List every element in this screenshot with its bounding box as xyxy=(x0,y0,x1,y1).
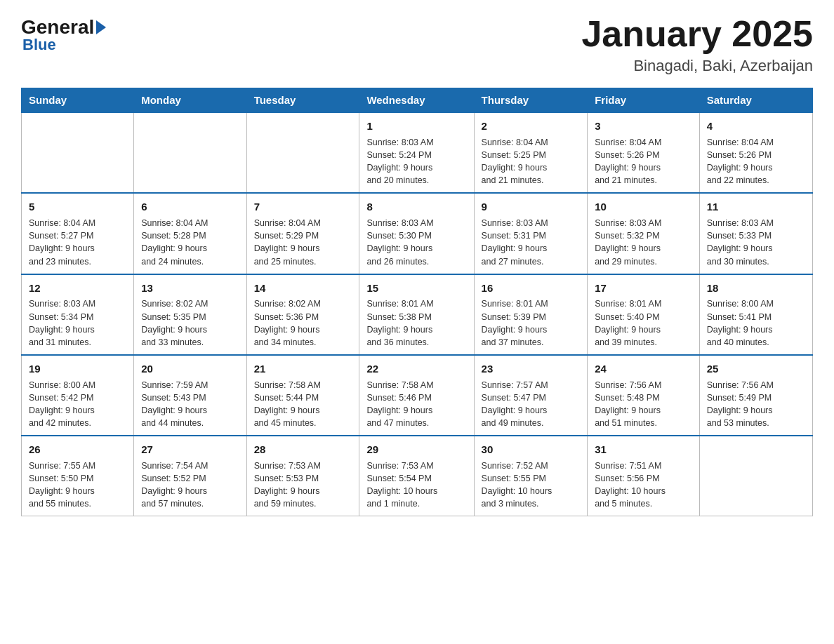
calendar-cell: 14Sunrise: 8:02 AMSunset: 5:36 PMDayligh… xyxy=(246,274,359,355)
day-info-line: and 55 minutes. xyxy=(29,497,126,510)
day-info-line: and 47 minutes. xyxy=(366,417,466,429)
day-info-line: Sunrise: 8:04 AM xyxy=(254,217,352,229)
day-info-line: Sunrise: 7:58 AM xyxy=(366,379,466,391)
day-info-line: and 20 minutes. xyxy=(366,174,466,187)
day-info-line: and 3 minutes. xyxy=(482,497,581,510)
col-header-thursday: Thursday xyxy=(474,88,588,113)
day-info-line: Daylight: 9 hours xyxy=(707,323,805,336)
calendar-cell: 29Sunrise: 7:53 AMSunset: 5:54 PMDayligh… xyxy=(359,436,474,516)
day-number: 29 xyxy=(366,442,466,457)
day-info-line: Daylight: 9 hours xyxy=(366,161,466,174)
day-info-line: Sunset: 5:26 PM xyxy=(707,149,805,161)
day-info-line: Sunset: 5:54 PM xyxy=(366,472,466,485)
day-info-line: Sunrise: 7:56 AM xyxy=(595,379,692,391)
day-number: 31 xyxy=(595,442,692,457)
day-info-line: Daylight: 9 hours xyxy=(254,404,352,417)
day-info-line: Sunrise: 7:51 AM xyxy=(595,459,692,472)
day-number: 28 xyxy=(254,442,352,457)
day-info-line: Daylight: 9 hours xyxy=(595,404,692,417)
calendar-cell: 12Sunrise: 8:03 AMSunset: 5:34 PMDayligh… xyxy=(22,274,134,355)
day-info-line: Sunset: 5:52 PM xyxy=(141,472,239,485)
calendar-cell: 28Sunrise: 7:53 AMSunset: 5:53 PMDayligh… xyxy=(246,436,359,516)
col-header-tuesday: Tuesday xyxy=(246,88,359,113)
day-info-line: Sunrise: 8:03 AM xyxy=(482,217,581,229)
day-number: 3 xyxy=(595,119,692,134)
day-info-line: and 29 minutes. xyxy=(595,255,692,268)
day-info-line: Sunset: 5:32 PM xyxy=(595,229,692,242)
day-info-line: Daylight: 9 hours xyxy=(366,242,466,255)
day-info-line: Sunset: 5:39 PM xyxy=(482,311,581,323)
day-info-line: Sunset: 5:40 PM xyxy=(595,311,692,323)
day-info-line: and 49 minutes. xyxy=(482,417,581,429)
day-number: 22 xyxy=(366,361,466,377)
day-info-line: Daylight: 9 hours xyxy=(595,161,692,174)
calendar-cell: 16Sunrise: 8:01 AMSunset: 5:39 PMDayligh… xyxy=(474,274,588,355)
calendar-cell: 11Sunrise: 8:03 AMSunset: 5:33 PMDayligh… xyxy=(699,193,812,274)
day-info-line: Sunset: 5:43 PM xyxy=(141,391,239,404)
day-number: 6 xyxy=(141,199,239,215)
day-info-line: Daylight: 9 hours xyxy=(366,404,466,417)
day-info-line: and 26 minutes. xyxy=(366,255,466,268)
day-info-line: Sunset: 5:42 PM xyxy=(29,391,126,404)
day-info-line: Sunset: 5:27 PM xyxy=(29,229,126,242)
day-info-line: Daylight: 9 hours xyxy=(595,242,692,255)
calendar-cell xyxy=(134,112,246,193)
day-info-line: Sunset: 5:46 PM xyxy=(366,391,466,404)
day-info-line: Daylight: 9 hours xyxy=(141,242,239,255)
day-info-line: Sunrise: 8:04 AM xyxy=(29,217,126,229)
day-info-line: Daylight: 9 hours xyxy=(254,323,352,336)
day-info-line: Daylight: 10 hours xyxy=(366,485,466,497)
day-info-line: Sunset: 5:35 PM xyxy=(141,311,239,323)
day-info-line: Daylight: 9 hours xyxy=(482,323,581,336)
col-header-sunday: Sunday xyxy=(22,88,134,113)
calendar-cell: 30Sunrise: 7:52 AMSunset: 5:55 PMDayligh… xyxy=(474,436,588,516)
calendar-cell: 22Sunrise: 7:58 AMSunset: 5:46 PMDayligh… xyxy=(359,355,474,436)
calendar-cell: 21Sunrise: 7:58 AMSunset: 5:44 PMDayligh… xyxy=(246,355,359,436)
day-info-line: Sunrise: 8:00 AM xyxy=(29,379,126,391)
day-info-line: Sunset: 5:30 PM xyxy=(366,229,466,242)
day-number: 16 xyxy=(482,281,581,296)
logo-blue-text: Blue xyxy=(22,36,56,54)
day-info-line: Daylight: 9 hours xyxy=(29,323,126,336)
day-info-line: and 39 minutes. xyxy=(595,336,692,349)
calendar-cell: 17Sunrise: 8:01 AMSunset: 5:40 PMDayligh… xyxy=(588,274,700,355)
calendar-cell: 6Sunrise: 8:04 AMSunset: 5:28 PMDaylight… xyxy=(134,193,246,274)
day-number: 24 xyxy=(595,361,692,377)
calendar-cell: 4Sunrise: 8:04 AMSunset: 5:26 PMDaylight… xyxy=(699,112,812,193)
day-info-line: Sunrise: 7:56 AM xyxy=(707,379,805,391)
day-info-line: and 37 minutes. xyxy=(482,336,581,349)
day-info-line: Sunrise: 8:03 AM xyxy=(366,217,466,229)
calendar-cell: 3Sunrise: 8:04 AMSunset: 5:26 PMDaylight… xyxy=(588,112,700,193)
day-number: 9 xyxy=(482,199,581,215)
day-info-line: and 21 minutes. xyxy=(482,174,581,187)
day-info-line: Sunrise: 7:55 AM xyxy=(29,459,126,472)
day-number: 18 xyxy=(707,281,805,296)
day-info-line: Sunset: 5:28 PM xyxy=(141,229,239,242)
day-info-line: Daylight: 9 hours xyxy=(141,404,239,417)
day-info-line: Daylight: 9 hours xyxy=(707,161,805,174)
calendar-cell: 18Sunrise: 8:00 AMSunset: 5:41 PMDayligh… xyxy=(699,274,812,355)
calendar-cell: 25Sunrise: 7:56 AMSunset: 5:49 PMDayligh… xyxy=(699,355,812,436)
logo: General Blue xyxy=(21,14,107,54)
day-info-line: and 27 minutes. xyxy=(482,255,581,268)
day-info-line: Sunrise: 8:00 AM xyxy=(707,297,805,310)
calendar-cell xyxy=(22,112,134,193)
day-number: 19 xyxy=(29,361,126,377)
day-info-line: and 36 minutes. xyxy=(366,336,466,349)
day-info-line: Daylight: 9 hours xyxy=(482,404,581,417)
week-row-4: 19Sunrise: 8:00 AMSunset: 5:42 PMDayligh… xyxy=(22,355,813,436)
day-info-line: Sunrise: 7:57 AM xyxy=(482,379,581,391)
day-info-line: Sunset: 5:34 PM xyxy=(29,311,126,323)
day-info-line: Daylight: 9 hours xyxy=(482,161,581,174)
day-number: 8 xyxy=(366,199,466,215)
day-info-line: and 31 minutes. xyxy=(29,336,126,349)
day-info-line: Sunrise: 8:02 AM xyxy=(254,297,352,310)
day-info-line: Sunset: 5:55 PM xyxy=(482,472,581,485)
day-info-line: Sunset: 5:48 PM xyxy=(595,391,692,404)
day-number: 14 xyxy=(254,281,352,296)
calendar-cell: 9Sunrise: 8:03 AMSunset: 5:31 PMDaylight… xyxy=(474,193,588,274)
day-info-line: Sunset: 5:26 PM xyxy=(595,149,692,161)
logo-general: General xyxy=(21,18,107,37)
day-info-line: Sunset: 5:44 PM xyxy=(254,391,352,404)
day-info-line: and 30 minutes. xyxy=(707,255,805,268)
